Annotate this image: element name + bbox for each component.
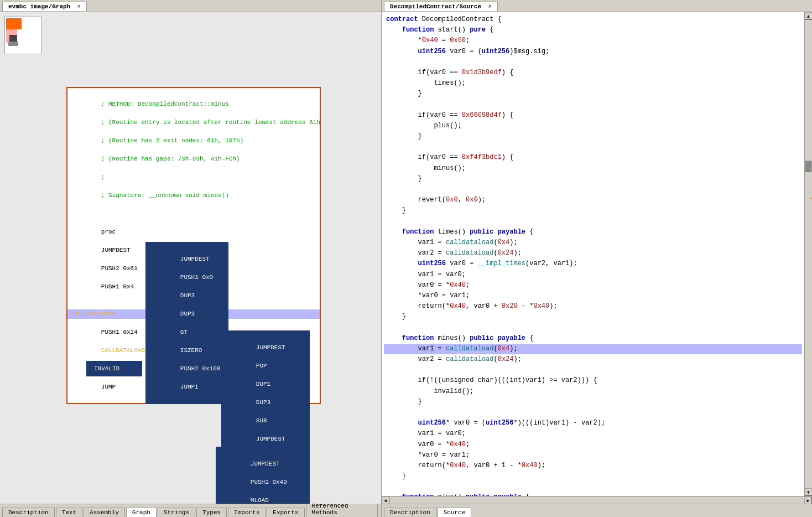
mn-jumpi: JUMPI [180,384,199,390]
code-line-24: var1 = var0; [384,270,802,280]
right-tab-source[interactable]: Source [438,508,472,517]
code-line-7: } [384,89,802,99]
code-line-25: var0 = *0x40; [384,280,802,291]
code-line-12 [384,142,802,152]
tab-imports[interactable]: Imports [228,508,266,517]
tab-exports[interactable]: Exports [267,508,304,517]
right-bottom-tabs: Description Source [382,504,812,517]
right-panel: DecompiledContract/Source × contract Dec… [382,0,812,517]
push1-4: PUSH1 0x4 [101,283,134,290]
rbn-jumpdest: JUMPDEST [256,344,285,351]
code-line-26: *var0 = var1; [384,291,802,301]
code-line-44 [384,482,802,492]
code-line-30: function minus() public payable { [384,333,802,344]
mn-jumpdest: JUMPDEST [180,256,210,262]
bottom-scrollbar: ◄ ► [382,496,812,504]
code-line-2: *0x40 = 0x60; [384,35,802,46]
jumpdest1: JUMPDEST [101,247,131,254]
comment2: ; (Routine entry is located after routin… [101,119,320,126]
code-line-45: function plus() public payable { [384,492,802,496]
push1-24: PUSH1 0x24 [101,329,138,335]
code-line-38: uint256* var0 = (uint256*)(((int)var1) -… [384,418,802,428]
code-line-36: } [384,397,802,407]
tab-types[interactable]: Types [196,508,227,517]
tab-assembly[interactable]: Assembly [84,508,125,517]
scrollbar-thumb[interactable] [805,161,811,172]
code-line-10: plus(); [384,121,802,131]
code-line-32: var2 = calldataload(0x24); [384,354,802,365]
code-line-20: function times() public payable { [384,227,802,237]
scroll-left-btn[interactable]: ◄ [382,497,389,504]
source-tab[interactable]: DecompiledContract/Source × [384,2,498,11]
code-line-0: contract DecompiledContract { [384,14,802,25]
rbn-dup1: DUP1 [256,381,270,387]
code-line-14: minus(); [384,163,802,174]
code-line-35: invalid(); [384,386,802,397]
code-line-34: if(!((unsigned char)(((int)var1) >= var2… [384,375,802,386]
mn-dup3-2: DUP3 [180,311,195,317]
mn-push1: PUSH1 0x0 [180,274,213,281]
mn-push2: PUSH2 0x108 [180,365,221,372]
code-line-21: var1 = calldataload(0x4); [384,237,802,248]
scroll-up-btn[interactable]: ▲ [805,12,813,20]
source-tab-label: DecompiledContract/Source [390,3,481,10]
code-line-43: } [384,471,802,482]
code-line-37 [384,407,802,418]
left-bottom-tabs: Description Text Assembly Graph Strings … [0,504,381,517]
code-line-1: function start() pure { [384,25,802,35]
tab-graph[interactable]: Graph [126,508,157,517]
code-line-22: var2 = calldataload(0x24); [384,248,802,258]
thumbnail-inner [5,17,41,54]
code-line-11: } [384,131,802,142]
rbn-pop: POP [256,363,267,369]
tab-description[interactable]: Description [2,508,55,517]
code-line-29 [384,322,802,333]
code-line-6: times(); [384,78,802,89]
scroll-down-btn[interactable]: ▼ [805,488,813,496]
comment6: ; Signature: __unknown void minus() [101,192,229,199]
tab-text[interactable]: Text [56,508,82,517]
right-tab-bar: DecompiledContract/Source × [382,0,812,12]
h-scrollbar-track [389,497,804,504]
graph-tab-close[interactable]: × [77,4,81,10]
graph-tab[interactable]: evmbc image/Graph × [2,2,87,11]
code-line-3: uint256 var0 = (uint256)$msg.sig; [384,46,802,57]
code-line-17: revert(0x0, 0x0); [384,195,802,205]
left-panel: evmbc image/Graph × [0,0,382,517]
bottom-node: JUMPDEST PUSH1 0x40 MLOAD SWAP1 ... [216,447,304,504]
middle-node: JUMPDEST PUSH1 0x0 DUP3 DUP3 GT ISZERO P… [145,242,228,404]
right-scrollbar: ▲ ▼ [804,12,812,496]
thumb-dark2 [8,42,18,46]
comment3: ; (Routine has 2 exit nodes: 61h, 107h) [101,137,243,144]
code-line-33 [384,365,802,375]
code-line-42: return(*0x40, var0 + 1 - *0x40); [384,461,802,471]
right-panel-inner: contract DecompiledContract { function s… [382,12,812,496]
tab-strings[interactable]: Strings [158,508,195,517]
calldataload2: CALLDATALOAD [101,347,145,354]
bn-push1: PUSH1 0x40 [251,479,287,485]
code-line-41: *var0 = var1; [384,450,802,461]
main-container: evmbc image/Graph × [0,0,812,517]
code-line-31: var1 = calldataload(0x4); [384,344,802,354]
proc-kw: proc [101,229,116,235]
code-line-15: } [384,174,802,184]
push2-61: PUSH2 0x61 [101,265,138,272]
code-line-5: if(var0 == 0x1d3b9edf) { [384,68,802,78]
jump1: JUMP [101,384,116,390]
graph-area: ; METHOD: DecompiledContract::minus ; (R… [0,12,381,504]
mn-gt: GT [180,329,188,335]
code-line-9: if(var0 == 0x66098d4f) { [384,110,802,121]
code-area[interactable]: contract DecompiledContract { function s… [382,12,804,496]
right-tab-description[interactable]: Description [384,508,436,517]
mn-iszero: ISZERO [180,347,202,354]
scrollbar-marker [810,198,813,199]
code-line-16 [384,184,802,195]
thumb-dark [9,35,17,42]
mn-dup3-1: DUP3 [180,292,195,299]
code-line-40: var0 = *0x40; [384,440,802,450]
source-tab-close[interactable]: × [488,4,492,10]
scroll-right-btn[interactable]: ► [804,497,812,504]
graph-tab-label: evmbc image/Graph [8,3,70,10]
scrollbar-track [805,20,813,488]
code-line-13: if(var0 == 0xf4f3bdc1) { [384,152,802,163]
